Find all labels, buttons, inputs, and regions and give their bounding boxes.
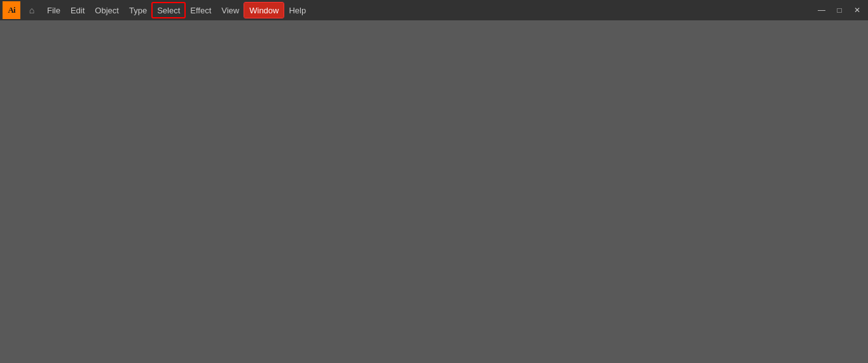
menu-item-effect[interactable]: Effect	[185, 3, 216, 18]
main-content	[0, 20, 868, 363]
menu-item-edit[interactable]: Edit	[65, 3, 90, 18]
maximize-button[interactable]: □	[831, 4, 848, 17]
menu-item-select[interactable]: Select	[152, 3, 185, 18]
close-button[interactable]: ✕	[849, 4, 865, 17]
menu-item-file[interactable]: File	[42, 3, 65, 18]
minimize-button[interactable]: —	[813, 4, 830, 17]
menu-item-window[interactable]: Window	[244, 3, 284, 18]
menu-item-type[interactable]: Type	[124, 3, 152, 18]
menu-bar: FileEditObjectTypeSelectEffectViewWindow…	[42, 3, 813, 18]
menu-item-help[interactable]: Help	[284, 3, 311, 18]
window-controls: — □ ✕	[813, 4, 865, 17]
home-icon[interactable]: ⌂	[24, 3, 39, 18]
title-bar: Ai ⌂ FileEditObjectTypeSelectEffectViewW…	[0, 0, 868, 20]
menu-item-view[interactable]: View	[216, 3, 244, 18]
ai-logo: Ai	[3, 1, 20, 19]
menu-item-object[interactable]: Object	[90, 3, 124, 18]
